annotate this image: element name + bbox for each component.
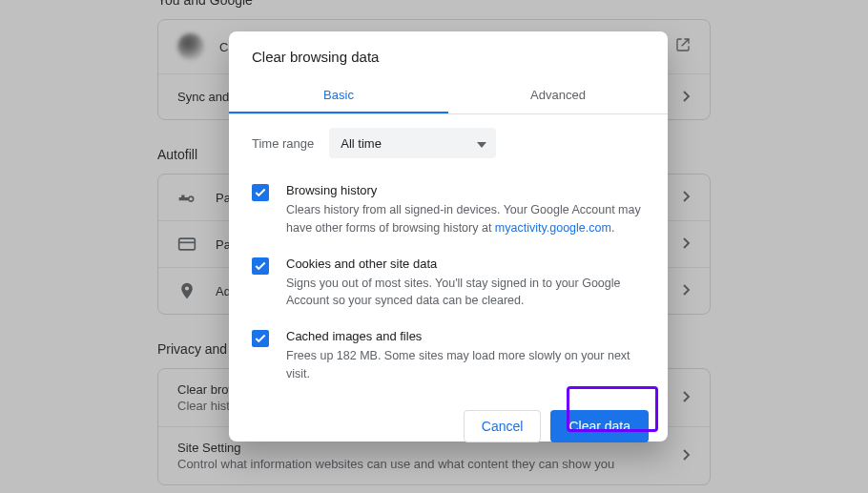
option-description: Signs you out of most sites. You'll stay… — [286, 275, 645, 311]
checkbox-browsing-history[interactable] — [252, 184, 269, 201]
option-cache: Cached images and files Frees up 182 MB.… — [252, 321, 645, 395]
option-label: Cookies and other site data — [286, 257, 645, 271]
option-label: Cached images and files — [286, 329, 645, 343]
checkbox-cookies[interactable] — [252, 257, 269, 275]
myactivity-link[interactable]: myactivity.google.com — [495, 221, 611, 235]
dialog-title: Clear browsing data — [229, 31, 668, 78]
time-range-row: Time range All time — [252, 128, 645, 158]
option-description: Clears history from all signed-in device… — [286, 201, 645, 237]
clear-browsing-data-dialog: Clear browsing data Basic Advanced Time … — [229, 31, 668, 442]
time-range-value: All time — [341, 136, 382, 151]
option-cookies: Cookies and other site data Signs you ou… — [252, 249, 645, 322]
tab-advanced[interactable]: Advanced — [448, 78, 668, 113]
option-label: Browsing history — [286, 183, 645, 197]
dialog-tabs: Basic Advanced — [229, 78, 668, 114]
option-browsing-history: Browsing history Clears history from all… — [252, 175, 645, 249]
time-range-select[interactable]: All time — [329, 128, 496, 158]
option-description: Frees up 182 MB. Some sites may load mor… — [286, 347, 645, 383]
dialog-actions: Cancel Clear data — [229, 395, 668, 462]
time-range-label: Time range — [252, 136, 314, 151]
clear-data-button[interactable]: Clear data — [550, 410, 649, 442]
tab-basic[interactable]: Basic — [229, 78, 448, 113]
dialog-body: Time range All time Browsing history Cle… — [229, 114, 668, 395]
cancel-button[interactable]: Cancel — [464, 410, 542, 442]
caret-down-icon — [477, 136, 486, 151]
checkbox-cache[interactable] — [252, 330, 269, 347]
